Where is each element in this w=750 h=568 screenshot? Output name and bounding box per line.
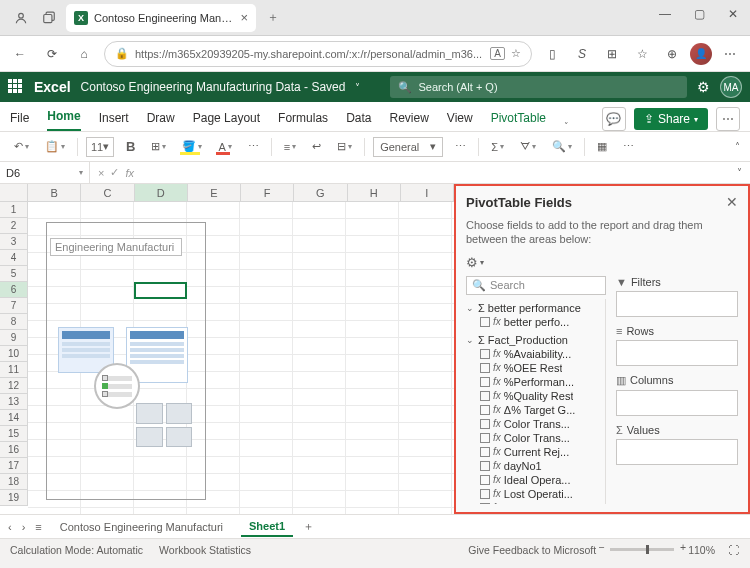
sheet-tab-0[interactable]: Contoso Engineering Manufacturi [52,518,231,536]
fx-icon[interactable]: fx [125,167,134,179]
field-item[interactable]: fx%Quality Rest [466,389,605,403]
column-header[interactable]: C [81,184,134,201]
row-header[interactable]: 2 [0,218,28,234]
tab-file[interactable]: File [10,105,29,131]
field-item[interactable]: fx%Avaiability... [466,347,605,361]
field-item[interactable]: fxCurrent Rej... [466,445,605,459]
row-header[interactable]: 3 [0,234,28,250]
field-item[interactable]: fx%Performan... [466,375,605,389]
collections-icon[interactable]: ⊕ [660,42,684,66]
comments-button[interactable]: 💬 [602,107,626,131]
field-checkbox[interactable] [480,447,490,457]
fields-tree[interactable]: ⌄Σbetter performancefxbetter perfo...⌄ΣF… [466,299,606,504]
sort-filter-button[interactable]: ᗊ▾ [516,138,540,155]
cells-grid[interactable]: Engineering Manufacturi [28,202,454,514]
row-header[interactable]: 13 [0,394,28,410]
search-input[interactable]: 🔍 Search (Alt + Q) [390,76,687,98]
maximize-button[interactable]: ▢ [682,0,716,28]
field-checkbox[interactable] [480,317,490,327]
more-tools-button[interactable]: ⋯ [619,138,638,155]
field-checkbox[interactable] [480,419,490,429]
bold-button[interactable]: B [122,137,139,156]
calc-mode-label[interactable]: Calculation Mode: Automatic [10,544,143,556]
sheet-list-button[interactable]: ≡ [35,521,41,533]
row-header[interactable]: 11 [0,362,28,378]
tab-page-layout[interactable]: Page Layout [193,105,260,131]
row-header[interactable]: 5 [0,266,28,282]
active-cell[interactable] [134,282,187,299]
column-header[interactable]: I [401,184,454,201]
zoom-slider[interactable] [610,548,674,551]
tab-pivottable[interactable]: PivotTable [491,105,546,131]
tab-draw[interactable]: Draw [147,105,175,131]
rows-dropzone[interactable] [616,340,738,366]
s-icon[interactable]: S [570,42,594,66]
sheet-nav-next[interactable]: › [22,521,26,533]
pane-layout-button[interactable]: ⚙▾ [466,255,738,270]
title-chevron-icon[interactable]: ˅ [355,82,360,93]
borders-button[interactable]: ⊞▾ [147,138,170,155]
ribbon-chevron-icon[interactable]: ˅ [564,121,569,131]
column-header[interactable]: G [294,184,347,201]
more-number-button[interactable]: ⋯ [451,138,470,155]
row-header[interactable]: 7 [0,298,28,314]
tab-data[interactable]: Data [346,105,371,131]
filters-dropzone[interactable] [616,291,738,317]
autosum-button[interactable]: Σ▾ [487,139,508,155]
field-group-header[interactable]: ⌄ΣFact_Production [466,333,605,347]
url-input[interactable]: 🔒 https://m365x20939205-my.sharepoint.co… [104,41,532,67]
workbook-stats-label[interactable]: Workbook Statistics [159,544,251,556]
profile-icon[interactable] [10,7,32,29]
read-aloud-icon[interactable]: ▯ [540,42,564,66]
home-button[interactable]: ⌂ [72,42,96,66]
field-item[interactable]: fxdayNo1 [466,459,605,473]
tab-review[interactable]: Review [389,105,428,131]
browser-tab[interactable]: X Contoso Engineering Manufactu × [66,4,256,32]
field-checkbox[interactable] [480,349,490,359]
row-header[interactable]: 6 [0,282,28,298]
font-size-input[interactable]: 11▾ [86,137,114,157]
addins-button[interactable]: ▦ [593,138,611,155]
field-checkbox[interactable] [480,433,490,443]
column-header[interactable]: B [28,184,81,201]
row-header[interactable]: 1 [0,202,28,218]
row-header[interactable]: 16 [0,442,28,458]
zoom-level[interactable]: 110% [688,544,715,556]
collapse-ribbon-icon[interactable]: ˄ [735,141,740,152]
field-item[interactable]: fx%OEE Rest [466,361,605,375]
field-checkbox[interactable] [480,391,490,401]
field-group-header[interactable]: ⌄Σbetter performance [466,301,605,315]
undo-button[interactable]: ↶▾ [10,138,33,155]
row-header[interactable]: 9 [0,330,28,346]
close-window-button[interactable]: ✕ [716,0,750,28]
select-all-corner[interactable] [0,184,28,201]
paste-button[interactable]: 📋▾ [41,138,69,155]
reader-icon[interactable]: A [490,47,505,60]
field-item[interactable]: fxLostdayNo [466,501,605,504]
tabs-icon[interactable] [38,7,60,29]
tab-view[interactable]: View [447,105,473,131]
settings-icon[interactable]: ⚙ [697,79,710,95]
field-item[interactable]: fxLost Operati... [466,487,605,501]
field-checkbox[interactable] [480,475,490,485]
column-header[interactable]: H [348,184,401,201]
addon-icon[interactable]: ⊞ [600,42,624,66]
field-item[interactable]: fxColor Trans... [466,431,605,445]
row-header[interactable]: 18 [0,474,28,490]
minimize-button[interactable]: — [648,0,682,28]
row-header[interactable]: 10 [0,346,28,362]
find-button[interactable]: 🔍▾ [548,138,576,155]
document-title[interactable]: Contoso Engineering Manufacturing Data -… [81,80,346,94]
row-header[interactable]: 14 [0,410,28,426]
share-button[interactable]: ⇪Share▾ [634,108,708,130]
field-checkbox[interactable] [480,377,490,387]
row-header[interactable]: 8 [0,314,28,330]
field-checkbox[interactable] [480,461,490,471]
field-item[interactable]: fxΔ% Target G... [466,403,605,417]
favorites-icon[interactable]: ☆ [630,42,654,66]
field-checkbox[interactable] [480,363,490,373]
field-item[interactable]: fxColor Trans... [466,417,605,431]
more-font-button[interactable]: ⋯ [244,138,263,155]
row-header[interactable]: 17 [0,458,28,474]
tab-formulas[interactable]: Formulas [278,105,328,131]
